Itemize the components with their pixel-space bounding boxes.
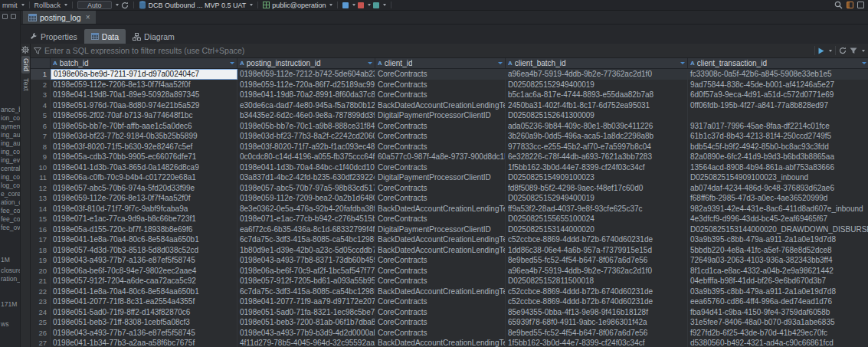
task-caret-icon[interactable] (368, 4, 371, 6)
cell-posting_instruction_id[interactable]: 0198e03f-8020-71f7-a92b-f1ac093ec488 (237, 142, 375, 152)
cell-posting_instruction_id[interactable]: 0198e051-beb3-7200-81ab-06f1b7dba825 (237, 317, 375, 328)
cell-posting_instruction_id[interactable]: 4f11d279-78b5-4045-964d-32c95592aaab (237, 338, 375, 347)
row-number[interactable]: 15 (31, 214, 51, 224)
cell-client_transaction_id[interactable]: 0ff06fdb-195b-4f27-a841-77a8b828ed97 (688, 100, 868, 111)
cell-posting_instruction_id[interactable]: 6c7da75c-3df3-415a-8085-ca54bc12985e (237, 286, 375, 297)
cell-client_id[interactable]: CoreContracts (375, 307, 506, 318)
row-number[interactable]: 8 (31, 142, 51, 152)
row-number[interactable]: 18 (31, 245, 51, 256)
transaction-mode-caret-icon[interactable] (116, 4, 119, 6)
cell-batch_id[interactable]: 0198e05a-cdb3-70bb-9905-ec66076dfe71 (51, 152, 237, 162)
cell-client_transaction_id[interactable]: bdb54c5f-b9f2-4942-85b0-bc8ac93c3fdd (688, 142, 868, 152)
table-row[interactable]: 50198e056-2f02-70af-b713-9a774648f1bcb34… (31, 110, 868, 121)
cell-client_id[interactable]: CoreContracts (375, 121, 506, 132)
row-number[interactable]: 22 (31, 286, 51, 297)
cell-client_batch_id[interactable]: c52ccbce-8869-4ddd-b72b-6740d60231de (506, 286, 688, 297)
cell-client_id[interactable]: CoreContracts (375, 317, 506, 328)
cell-batch_id[interactable]: 0198e03d-bf23-77b2-9184-0b35b25b5899 (51, 131, 237, 142)
navigator-item[interactable]: ing_core (1, 173, 21, 181)
tab-posting-log[interactable]: posting_log × (23, 11, 96, 24)
presentation-tab-text[interactable]: Text (21, 76, 30, 93)
cell-client_batch_id[interactable]: ff9a53f2-28ad-4037-9e8f-93cfe625c37c (506, 204, 688, 214)
cell-client_id[interactable]: BackDatedAccountCreationLendingTest3 (375, 338, 506, 347)
sort-caret-icon[interactable] (498, 62, 503, 64)
cell-client_transaction_id[interactable]: D0250825154909100023_inbound (688, 172, 868, 183)
cell-client_batch_id[interactable]: a96ea4b7-5919-4ddb-9b2e-77362ac2d1f0 (506, 266, 688, 277)
row-number[interactable]: 16 (31, 224, 51, 235)
close-icon[interactable]: × (86, 13, 90, 21)
grid-corner[interactable] (31, 58, 51, 68)
cell-client_transaction_id[interactable] (688, 110, 868, 121)
cell-posting_instruction_id[interactable]: 0198e057-912f-7205-bd61-a093a55b9552 (237, 276, 375, 286)
cell-batch_id[interactable]: 0198e057-abc5-70b6-974a-5fd20d33f99e (51, 183, 237, 194)
panel-menu-caret-icon[interactable] (862, 50, 865, 52)
cell-batch_id[interactable]: 0198e071-e1ac-77ca-9d9a-b8c66be723f1 (51, 214, 237, 224)
table-row[interactable]: 80198e03f-8020-71f5-b630-92e82467c5ef019… (31, 142, 868, 152)
cell-client_batch_id[interactable]: b5c1ac6a-817e-4744-8893-e55daa82b7a8 (506, 90, 688, 100)
cell-client_transaction_id[interactable]: 82a0890e-6fc2-41d9-b9d3-b6bd3b8865aa (688, 152, 868, 162)
cell-batch_id[interactable]: 0198e041-1d3b-70a3-865d-0a14826d8ca9 (51, 162, 237, 173)
rollback-button[interactable]: Rollback (34, 2, 61, 9)
custom-filter-icon[interactable] (850, 47, 857, 54)
row-number[interactable]: 21 (31, 276, 51, 286)
cell-posting_instruction_id[interactable]: 0198e071-e1ac-77cb-b942-c276b4515bba (237, 214, 375, 224)
cell-posting_instruction_id[interactable]: 03a837d1-4bc2-42fd-b235-630df2392245 (237, 172, 375, 183)
panel-control-icon[interactable] (2, 14, 8, 19)
refresh-results-icon[interactable] (839, 47, 847, 54)
cell-posting_instruction_id[interactable]: 0198e03d-bf23-77b3-8a2f-c2242cd20609 (237, 131, 375, 142)
cell-client_batch_id[interactable]: 2450ba31-402f-4fb1-8c17-6d752ea95031 (506, 100, 688, 111)
cell-posting_instruction_id[interactable]: b34435e2-6d2c-46e0-9e8a-787899dd39e3 (237, 110, 375, 121)
table-row[interactable]: 110198e06a-c0fb-70c9-b4b4-c017220e68a103… (31, 172, 868, 183)
row-number[interactable]: 3 (31, 90, 51, 100)
cell-batch_id[interactable]: 0198e041-19d8-70a1-89e9-50928a897345 (51, 90, 237, 100)
cell-client_id[interactable]: CoreContracts (375, 276, 506, 286)
cell-client_transaction_id[interactable]: 31e5fee7-8406-48a0-b070-d93a1abe6835 (688, 317, 868, 328)
apply-filter-play-icon[interactable] (818, 47, 824, 54)
schema-caret-icon[interactable] (329, 4, 332, 6)
row-number[interactable]: 1 (31, 69, 51, 80)
table-row[interactable]: 90198e05a-cdb3-70bb-9905-ec66076dfe710c0… (31, 152, 868, 162)
schema-selector[interactable]: public@operation (272, 2, 326, 9)
cell-client_batch_id[interactable]: 6e328226-c78f-44db-a693-7621a3bb7283 (506, 152, 688, 162)
cell-client_transaction_id[interactable]: 61b1c37d-8b43-4213-81f4-250ccd2749f5 (688, 131, 868, 142)
cell-client_batch_id[interactable]: 65939f78-68f0-4911-9abc-1e986301f42a (506, 317, 688, 328)
cell-client_id[interactable]: CoreContracts (375, 328, 506, 339)
navigator-item[interactable]: ing_auto_ (1, 131, 21, 139)
sql-filter-input[interactable] (44, 46, 811, 55)
cell-batch_id[interactable]: 0198e041-1e8a-70a4-80c6-8e584aa650b1 (51, 286, 237, 297)
navigator-item[interactable]: ayment_core (1, 123, 21, 130)
gear-icon[interactable] (21, 46, 29, 54)
cell-posting_instruction_id[interactable]: 0198e043-a493-77b9-b3d9-4d2d0000abf6 (237, 328, 375, 339)
cell-client_batch_id[interactable]: fd8f5089-b5f2-4298-9aec-f48ef17c60d0 (506, 183, 688, 194)
cell-posting_instruction_id[interactable]: 0198e05b-bb7e-70c1-a9b8-888ce31f8486 (237, 121, 375, 132)
cell-batch_id[interactable]: 0198e043-a493-77b7-a136-e87ef5f58745 (51, 255, 237, 266)
navigator-item[interactable]: ation_core (1, 198, 21, 206)
cell-client_id[interactable]: CoreContracts (375, 183, 506, 194)
cell-client_id[interactable]: DigitalPaymentProcessorClientID (375, 110, 506, 121)
cell-client_batch_id[interactable]: c52ccbce-8869-4ddd-b72b-6740d60231de (506, 296, 688, 307)
tools-icon[interactable] (373, 2, 379, 8)
row-number[interactable]: 7 (31, 131, 51, 142)
presentation-tab-grid[interactable]: Grid (21, 56, 30, 74)
row-number[interactable]: 23 (31, 296, 51, 307)
navigator-item[interactable]: ing_auto_ (1, 139, 21, 147)
cell-client_batch_id[interactable]: 3b260a9b-0dd5-496a-aca5-1a8dc2298a8b (506, 131, 688, 142)
cell-batch_id[interactable]: 0198e041-1b34-77b3-a2aa-a58f6bc7675f (51, 338, 237, 347)
cell-posting_instruction_id[interactable]: ea6f72c6-6b35-436a-8c1d-68332799f4fa (237, 224, 375, 235)
cell-batch_id[interactable]: 0198e05a-d155-720c-bf7f-18938b8e69f6 (51, 224, 237, 235)
sql-console-icon[interactable] (342, 2, 349, 8)
cell-client_batch_id[interactable]: ada05236-9b84-409c-80e1-8b039c411226 (506, 121, 688, 132)
tab-properties[interactable]: Properties (23, 29, 84, 44)
table-row[interactable]: 40198e051-976d-70aa-8d80-974e21b5a529e30… (31, 100, 868, 111)
table-row[interactable]: 250198e051-beb3-71ff-8308-1cebf5a08cf301… (31, 317, 868, 328)
cell-batch_id[interactable]: 0198e043-a493-77b7-a136-e87ef5f58745 (51, 328, 237, 339)
cell-posting_instruction_id[interactable]: 0198e059-112e-7209-bea2-0a2b1d648031 (237, 193, 375, 204)
cell-batch_id[interactable]: 0198e057-4d3d-70b3-8518-5d8d038c52cd (51, 245, 237, 256)
table-row[interactable]: 140198e03f-810d-71f7-9f7c-9abf9fcaba9a8e… (31, 204, 868, 214)
table-row[interactable]: 260198e043-a493-77b7-a136-e87ef5f5874501… (31, 328, 868, 339)
cell-posting_instruction_id[interactable]: 0198e041-19d8-70a2-8991-8f60da37c888 (237, 90, 375, 100)
table-row[interactable]: 240198e051-5ad0-71f9-8ff2-d143f82870c601… (31, 307, 868, 318)
navigator-item[interactable]: ion_core (1, 114, 21, 122)
cell-client_id[interactable]: DigitalPaymentProcessorClientID (375, 224, 506, 235)
cell-batch_id[interactable]: 0198e041-1e8a-70a4-80c6-8e584aa650b1 (51, 234, 237, 245)
